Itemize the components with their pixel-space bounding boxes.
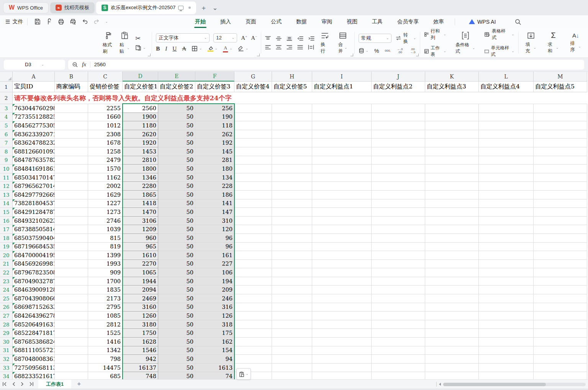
row-header-5[interactable]: 5	[0, 121, 13, 130]
cell-L7[interactable]	[479, 139, 534, 147]
cell-D13[interactable]: 1865	[123, 191, 158, 199]
cell-L17[interactable]	[479, 225, 534, 234]
tab-page[interactable]: 页面	[245, 16, 257, 28]
cell-J17[interactable]	[372, 225, 425, 234]
cell-D27[interactable]: 1260	[123, 312, 158, 320]
cell-G10[interactable]	[234, 165, 272, 173]
cell-F14[interactable]: 141	[195, 199, 234, 208]
cell-H18[interactable]	[272, 234, 312, 243]
cell-J18[interactable]	[372, 234, 425, 243]
cell-G29[interactable]	[234, 329, 272, 338]
cell-B20[interactable]	[55, 251, 88, 260]
cell-F4[interactable]: 190	[195, 113, 234, 122]
column-header-J[interactable]: J	[372, 72, 425, 82]
column-header-I[interactable]: I	[312, 72, 372, 82]
cell-H14[interactable]	[272, 199, 312, 208]
row-header-8[interactable]: 8	[0, 147, 13, 156]
cell-H27[interactable]	[272, 312, 312, 320]
cell-C9[interactable]: 2479	[88, 156, 123, 165]
cell-H31[interactable]	[272, 346, 312, 355]
cell-K7[interactable]	[425, 139, 479, 147]
cell-B9[interactable]	[55, 156, 88, 165]
cell-E21[interactable]: 50	[158, 260, 195, 269]
cell-G9[interactable]	[234, 156, 272, 165]
cell-I30[interactable]	[312, 338, 372, 346]
cell-H25[interactable]	[272, 294, 312, 303]
cell-M20[interactable]	[534, 251, 587, 260]
cell-F7[interactable]: 192	[195, 139, 234, 147]
column-header-D[interactable]: D	[123, 72, 158, 82]
tab-view[interactable]: 视图	[346, 16, 358, 28]
cell-C32[interactable]: 798	[88, 355, 123, 364]
print-button[interactable]	[55, 18, 67, 25]
cell-I10[interactable]	[312, 165, 372, 173]
tab-member[interactable]: 会员专享	[396, 16, 419, 28]
cell-M19[interactable]	[534, 243, 587, 251]
cell-A6[interactable]: 683623392071	[13, 130, 55, 139]
cell-M29[interactable]	[534, 329, 587, 338]
cell-G8[interactable]	[234, 147, 272, 156]
cell-J30[interactable]	[372, 338, 425, 346]
cell-K13[interactable]	[425, 191, 479, 199]
cell-H13[interactable]	[272, 191, 312, 199]
align-right-icon[interactable]	[287, 45, 292, 50]
add-sheet-button[interactable]: ＋	[71, 380, 87, 388]
cell-D23[interactable]: 1944	[123, 277, 158, 286]
eraser-button[interactable]: ⌄	[238, 46, 249, 51]
cell-L21[interactable]	[479, 260, 534, 269]
borders-button[interactable]: ⌄	[192, 46, 202, 52]
tab-formula[interactable]: 公式	[270, 16, 282, 28]
cell-D7[interactable]: 1920	[123, 139, 158, 147]
column-header-H[interactable]: H	[272, 72, 312, 82]
cell-A17[interactable]: 687388505814	[13, 225, 55, 234]
cell-J10[interactable]	[372, 165, 425, 173]
column-header-B[interactable]: B	[55, 72, 88, 82]
convert-button[interactable]: 转换⌄	[395, 32, 416, 45]
cell-M34[interactable]	[534, 372, 587, 379]
prev-sheet-button[interactable]	[10, 380, 18, 388]
cell-A26[interactable]: 686987152633	[13, 303, 55, 312]
cell-L34[interactable]	[479, 372, 534, 379]
rows-columns-button[interactable]: 行和列⌄	[424, 28, 446, 41]
cell-A21[interactable]: 684569269981	[13, 260, 55, 269]
cell-F12[interactable]: 228	[195, 182, 234, 191]
currency-button[interactable]: ⌄	[359, 48, 369, 54]
column-header-F[interactable]: F	[195, 72, 234, 82]
cell-F32[interactable]: 94	[195, 355, 234, 364]
decrease-decimal-button[interactable]: .00 →.0	[409, 48, 416, 54]
cell-E6[interactable]: 50	[158, 130, 195, 139]
cell-K21[interactable]	[425, 260, 479, 269]
cell-F13[interactable]: 186	[195, 191, 234, 199]
tab-home[interactable]: 开始	[194, 16, 206, 28]
cell-F9[interactable]: 281	[195, 156, 234, 165]
cell-I23[interactable]	[312, 277, 372, 286]
cell-J34[interactable]	[372, 372, 425, 379]
tab-data[interactable]: 数据	[295, 16, 308, 28]
cell-L3[interactable]	[479, 104, 534, 113]
cell-J25[interactable]	[372, 294, 425, 303]
row-header-34[interactable]: 34	[0, 372, 13, 379]
cell-I16[interactable]	[312, 217, 372, 225]
row-header-19[interactable]: 19	[0, 243, 13, 251]
cell-F26[interactable]: 316	[195, 303, 234, 312]
cell-B27[interactable]	[55, 312, 88, 320]
cell-G14[interactable]	[234, 199, 272, 208]
cell-E14[interactable]: 50	[158, 199, 195, 208]
row-header-30[interactable]: 30	[0, 338, 13, 346]
cell-D21[interactable]: 2270	[123, 260, 158, 269]
cell-A14[interactable]: 738281804537	[13, 199, 55, 208]
cell-B3[interactable]	[55, 104, 88, 113]
cell-F10[interactable]: 180	[195, 165, 234, 173]
cell-C13[interactable]: 1629	[88, 191, 123, 199]
cell-B12[interactable]	[55, 182, 88, 191]
cell-I26[interactable]	[312, 303, 372, 312]
cell-M5[interactable]	[534, 121, 587, 130]
last-sheet-button[interactable]	[26, 380, 36, 388]
cell-A4[interactable]: 727355128825	[13, 113, 55, 122]
cell-M11[interactable]	[534, 173, 587, 182]
cell-G32[interactable]	[234, 355, 272, 364]
row-header-27[interactable]: 27	[0, 312, 13, 320]
number-format-select[interactable]: 常规⌄	[359, 34, 392, 43]
cell-L15[interactable]	[479, 208, 534, 217]
cell-H30[interactable]	[272, 338, 312, 346]
